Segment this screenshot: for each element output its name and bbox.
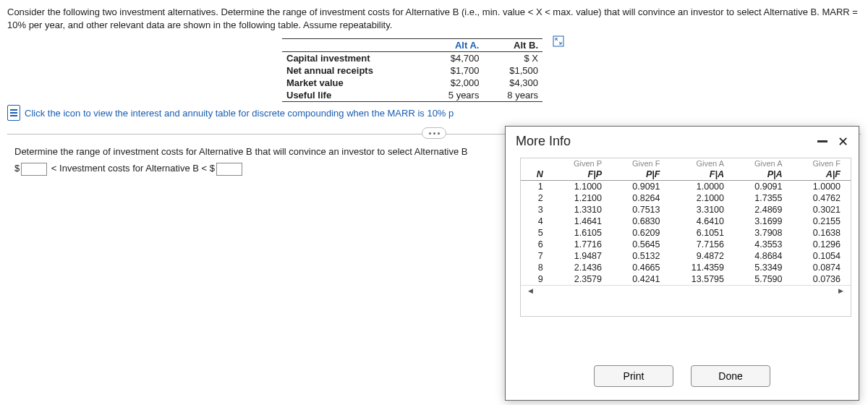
scroll-left-icon[interactable]: ◀ <box>525 287 536 294</box>
cell: 0.5645 <box>612 239 670 250</box>
table-row: 11.10000.90911.00000.90911.0000 <box>521 181 851 193</box>
cell: 1.7716 <box>553 239 612 250</box>
cell: $4,700 <box>425 52 484 65</box>
table-row: 21.21000.82642.10001.73550.4762 <box>521 192 851 204</box>
cell: $4,300 <box>483 77 542 89</box>
cell: 2.1000 <box>670 192 734 204</box>
cell: 0.1638 <box>793 227 851 239</box>
pre-header <box>521 158 553 169</box>
col-header: N <box>521 169 553 181</box>
cell: 3 <box>521 204 553 216</box>
col-header-a: Alt A. <box>425 39 484 52</box>
col-header: F|A <box>670 169 734 181</box>
cell: 5 years <box>425 89 484 102</box>
cell: 0.4241 <box>612 273 670 285</box>
cell: $2,000 <box>425 77 484 89</box>
table-row: 82.14360.466511.43595.33490.0874 <box>521 262 851 273</box>
row-label: Net annual receipts <box>282 64 425 77</box>
close-icon[interactable]: ✕ <box>838 135 848 148</box>
cell: 1 <box>521 181 553 193</box>
cell: 4 <box>521 216 553 227</box>
cell: 8 years <box>483 89 542 102</box>
minimize-icon[interactable] <box>817 140 827 142</box>
cell: 0.9091 <box>734 181 792 193</box>
done-button[interactable]: Done <box>691 365 770 387</box>
cell: 0.5132 <box>612 250 670 262</box>
cell: 4.6410 <box>670 216 734 227</box>
cell: 4.8684 <box>734 250 792 262</box>
cell: 1.3310 <box>553 204 612 216</box>
cell: 4.3553 <box>734 239 792 250</box>
table-row: 31.33100.75133.31002.48690.3021 <box>521 204 851 216</box>
table-row: 51.61050.62096.10513.79080.1638 <box>521 227 851 239</box>
pre-header: Given A <box>734 158 792 169</box>
cell: 1.2100 <box>553 192 612 204</box>
col-header: P|A <box>734 169 792 181</box>
cell: 0.6209 <box>612 227 670 239</box>
cell: 1.9487 <box>553 250 612 262</box>
pre-header: Given F <box>793 158 851 169</box>
col-header: A|F <box>793 169 851 181</box>
cell: 0.8264 <box>612 192 670 204</box>
cell: 6 <box>521 239 553 250</box>
cell: 9.4872 <box>670 250 734 262</box>
problem-statement: Consider the following two investment al… <box>7 6 861 31</box>
cell: 8 <box>521 262 553 273</box>
cell: 1.0000 <box>670 181 734 193</box>
cell: 0.4665 <box>612 262 670 273</box>
open-table-link[interactable]: Click the icon to view the interest and … <box>7 105 861 121</box>
row-label: Market value <box>282 77 425 89</box>
cell: 7.7156 <box>670 239 734 250</box>
cell: 2 <box>521 192 553 204</box>
cell: 1.4641 <box>553 216 612 227</box>
cell: 0.4762 <box>793 192 851 204</box>
cell: 1.0000 <box>793 181 851 193</box>
cell: 0.2155 <box>793 216 851 227</box>
table-row: 71.94870.51329.48724.86840.1054 <box>521 250 851 262</box>
cell: 2.4869 <box>734 204 792 216</box>
cell: 0.0874 <box>793 262 851 273</box>
cell: 3.7908 <box>734 227 792 239</box>
document-icon <box>7 105 20 121</box>
cell: 3.1699 <box>734 216 792 227</box>
max-cost-input[interactable] <box>216 163 242 176</box>
min-cost-input[interactable] <box>21 163 47 176</box>
cell: 3.3100 <box>670 204 734 216</box>
modal-title: More Info <box>516 134 571 149</box>
currency-prefix: $ <box>14 163 20 174</box>
cell: 1.1000 <box>553 181 612 193</box>
print-button[interactable]: Print <box>594 365 673 387</box>
cell: 2.1436 <box>553 262 612 273</box>
cell: 0.7513 <box>612 204 670 216</box>
answer-mid-text: < Investment costs for Alternative B < $ <box>48 163 215 174</box>
row-label: Useful life <box>282 89 425 102</box>
link-text: Click the icon to view the interest and … <box>25 108 454 119</box>
cell: 0.3021 <box>793 204 851 216</box>
cell: 5.7590 <box>734 273 792 285</box>
table-row: 41.46410.68304.64103.16990.2155 <box>521 216 851 227</box>
interest-factor-table: Given P Given F Given A Given A Given F … <box>521 158 851 285</box>
expand-dots-button[interactable] <box>422 127 446 139</box>
svg-rect-0 <box>553 36 563 46</box>
table-row: 61.77160.56457.71564.35530.1296 <box>521 239 851 250</box>
cell: 0.1296 <box>793 239 851 250</box>
cell: 9 <box>521 273 553 285</box>
cell: 7 <box>521 250 553 262</box>
cell: 13.5795 <box>670 273 734 285</box>
col-header: P|F <box>612 169 670 181</box>
cell: $1,700 <box>425 64 484 77</box>
scroll-right-icon[interactable]: ▶ <box>835 287 846 294</box>
cell: $1,500 <box>483 64 542 77</box>
cell: 0.9091 <box>612 181 670 193</box>
alternatives-table: Alt A. Alt B. Capital investment $4,700 … <box>282 38 542 102</box>
cell: 0.1054 <box>793 250 851 262</box>
cell: 6.1051 <box>670 227 734 239</box>
cell: 11.4359 <box>670 262 734 273</box>
factor-table-scroll[interactable]: Given P Given F Given A Given A Given F … <box>520 158 851 317</box>
cell: 0.0736 <box>793 273 851 285</box>
col-header: F|P <box>553 169 612 181</box>
more-info-modal: More Info ✕ Given P Given F Given A Give… <box>505 126 859 401</box>
expand-table-icon[interactable] <box>553 35 564 47</box>
table-row: 92.35790.424113.57955.75900.0736 <box>521 273 851 285</box>
cell: 5.3349 <box>734 262 792 273</box>
